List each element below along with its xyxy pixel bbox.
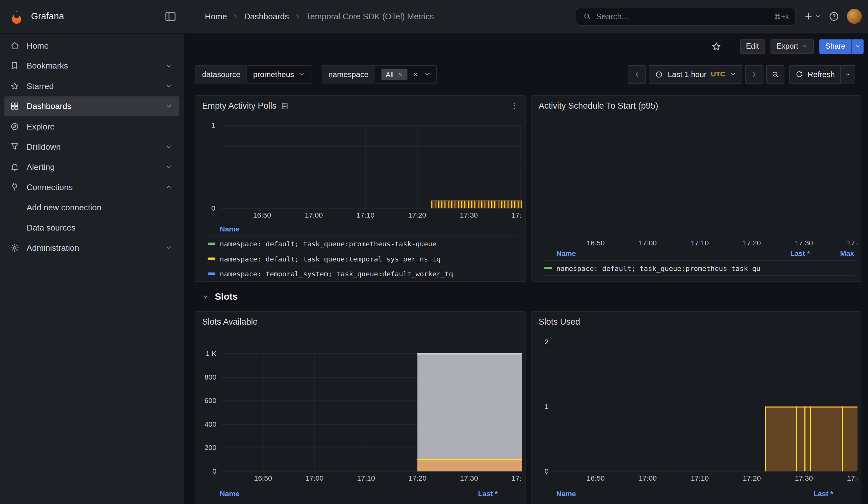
user-avatar[interactable] bbox=[847, 9, 862, 24]
series-spike bbox=[796, 407, 797, 471]
panel-menu-icon[interactable] bbox=[510, 101, 519, 110]
panel-description-icon[interactable] bbox=[281, 102, 289, 110]
chevron-down-icon[interactable] bbox=[165, 62, 173, 70]
refresh-icon bbox=[795, 70, 803, 78]
share-dropdown-button[interactable] bbox=[851, 39, 864, 54]
legend-row[interactable]: namespace: default; task_queue:prometheu… bbox=[208, 237, 519, 251]
row-section-slots[interactable]: Slots bbox=[202, 289, 238, 305]
panel-slots-available[interactable]: Slots Available 1 K 800 600 400 200 0 bbox=[195, 311, 526, 504]
breadcrumb-dashboards[interactable]: Dashboards bbox=[244, 12, 289, 21]
gear-icon bbox=[10, 243, 20, 252]
template-variables: datasource prometheus namespace All bbox=[195, 65, 437, 83]
row-section-title: Slots bbox=[215, 291, 238, 302]
datasource-label: datasource bbox=[195, 65, 247, 83]
close-icon[interactable] bbox=[397, 71, 403, 77]
add-button[interactable] bbox=[804, 12, 821, 21]
x-axis: 16:5017:00 17:1017:20 17:3017:40 bbox=[221, 474, 522, 484]
refresh-interval-dropdown[interactable] bbox=[841, 65, 855, 83]
dock-sidebar-icon[interactable] bbox=[164, 10, 177, 23]
brand-name: Grafana bbox=[31, 11, 64, 21]
panel-activity-schedule-to-start[interactable]: Activity Schedule To Start (p95) 16:5017… bbox=[531, 95, 861, 282]
namespace-value-tag[interactable]: All bbox=[381, 69, 407, 80]
sidebar-item-bookmarks[interactable]: Bookmarks bbox=[4, 55, 179, 76]
datasource-select[interactable]: prometheus bbox=[247, 65, 312, 83]
grafana-logo-icon bbox=[9, 9, 24, 24]
help-button[interactable] bbox=[828, 11, 839, 21]
refresh-button[interactable]: Refresh bbox=[789, 65, 841, 83]
panel-title: Slots Used bbox=[538, 317, 580, 327]
legend-name-column[interactable]: Name bbox=[208, 225, 240, 233]
sidebar-item-data-sources[interactable]: Data sources bbox=[4, 217, 179, 237]
legend-name-column[interactable]: Name bbox=[544, 490, 783, 498]
sidebar-item-explore[interactable]: Explore bbox=[4, 116, 179, 136]
legend-last-column[interactable]: Last * bbox=[760, 249, 810, 257]
panel-title: Activity Schedule To Start (p95) bbox=[538, 101, 658, 111]
legend-row[interactable]: namespace: default; task_queue:prometheu… bbox=[208, 501, 498, 504]
sidebar-item-alerting[interactable]: Alerting bbox=[4, 157, 179, 177]
favorite-star-button[interactable] bbox=[711, 41, 722, 52]
vertical-gridlines bbox=[553, 121, 858, 237]
legend-name-column[interactable]: Name bbox=[208, 490, 448, 498]
chevron-down-icon[interactable] bbox=[165, 244, 173, 252]
namespace-label: namespace bbox=[322, 65, 374, 83]
panel-title: Slots Available bbox=[202, 317, 258, 327]
edit-button[interactable]: Edit bbox=[740, 39, 765, 54]
series-spike bbox=[809, 407, 811, 471]
breadcrumb: Home Dashboards Temporal Core SDK (OTel)… bbox=[205, 12, 434, 21]
chart-plot-area[interactable] bbox=[553, 121, 858, 237]
legend-row[interactable]: namespace: default; task_queue:prometheu… bbox=[544, 261, 854, 276]
chart-plot-area[interactable] bbox=[220, 125, 522, 208]
sidebar-item-home[interactable]: Home bbox=[4, 35, 179, 55]
chevron-down-icon[interactable] bbox=[165, 143, 173, 151]
sidebar-item-administration[interactable]: Administration bbox=[4, 237, 179, 258]
sidebar-item-drilldown[interactable]: Drilldown bbox=[4, 136, 179, 157]
search-placeholder: Search... bbox=[596, 12, 628, 21]
legend-row[interactable]: namespace: default; task_queue:temporal_… bbox=[208, 251, 519, 266]
chevron-down-icon bbox=[845, 71, 851, 77]
panel-header: Empty Activity Polls bbox=[195, 96, 525, 116]
y-axis: 1 K 800 600 400 200 0 bbox=[195, 353, 221, 472]
panel-slots-used[interactable]: Slots Used 2 1 0 bbox=[531, 311, 861, 504]
header-actions: Search... ⌘+k bbox=[576, 8, 868, 25]
clock-icon bbox=[655, 70, 663, 78]
chevron-down-icon[interactable] bbox=[165, 163, 173, 171]
sidebar-item-connections[interactable]: Connections bbox=[4, 177, 179, 197]
legend-last-column[interactable]: Last * bbox=[448, 490, 498, 498]
series-color-marker bbox=[544, 267, 552, 269]
sidebar-item-dashboards[interactable]: Dashboards bbox=[4, 96, 179, 116]
time-shift-forward-button[interactable] bbox=[745, 65, 764, 83]
legend-header: Name bbox=[208, 222, 519, 237]
zoom-out-button[interactable] bbox=[766, 65, 784, 83]
legend-row[interactable]: namespace: temporal_system; task_queue:d… bbox=[208, 267, 519, 281]
sidebar-item-add-new-connection[interactable]: Add new connection bbox=[4, 197, 179, 217]
chevron-down-icon[interactable] bbox=[165, 82, 173, 90]
dashboards-grid-icon bbox=[10, 101, 20, 111]
compass-icon bbox=[10, 122, 20, 131]
series-spike bbox=[804, 407, 806, 471]
sidebar-item-starred[interactable]: Starred bbox=[4, 76, 179, 96]
chart-plot-area[interactable] bbox=[553, 342, 858, 471]
search-input[interactable]: Search... ⌘+k bbox=[576, 8, 796, 25]
legend-max-column[interactable]: Max bbox=[823, 249, 854, 257]
search-icon bbox=[583, 12, 591, 21]
panel-empty-activity-polls[interactable]: Empty Activity Polls 1 0 16:5017:00 17:1… bbox=[195, 95, 526, 282]
time-shift-back-button[interactable] bbox=[628, 65, 646, 83]
share-button[interactable]: Share bbox=[819, 39, 851, 54]
chart-plot-area[interactable] bbox=[221, 353, 522, 472]
legend-name-column[interactable]: Name bbox=[544, 249, 760, 257]
chevron-right-icon bbox=[751, 71, 758, 78]
legend-row[interactable]: namespace: default; task_queue:prometheu… bbox=[544, 501, 833, 504]
clear-selection-icon[interactable] bbox=[413, 71, 418, 77]
legend-last-column[interactable]: Last * bbox=[783, 490, 833, 498]
grafana-app: Grafana Home Dashboards Temporal Core SD… bbox=[0, 0, 868, 504]
namespace-select[interactable]: All bbox=[375, 65, 437, 83]
chevron-down-icon bbox=[802, 43, 807, 49]
breadcrumb-home[interactable]: Home bbox=[205, 12, 227, 21]
y-axis: 1 0 bbox=[195, 125, 220, 208]
y-axis: 2 1 0 bbox=[532, 342, 553, 471]
chevron-up-icon[interactable] bbox=[165, 183, 173, 191]
chevron-down-icon[interactable] bbox=[165, 102, 173, 110]
time-range-picker[interactable]: Last 1 hour UTC bbox=[649, 65, 742, 83]
x-axis: 16:5017:00 17:1017:20 17:3017:40 bbox=[553, 474, 858, 484]
export-button[interactable]: Export bbox=[771, 39, 814, 54]
